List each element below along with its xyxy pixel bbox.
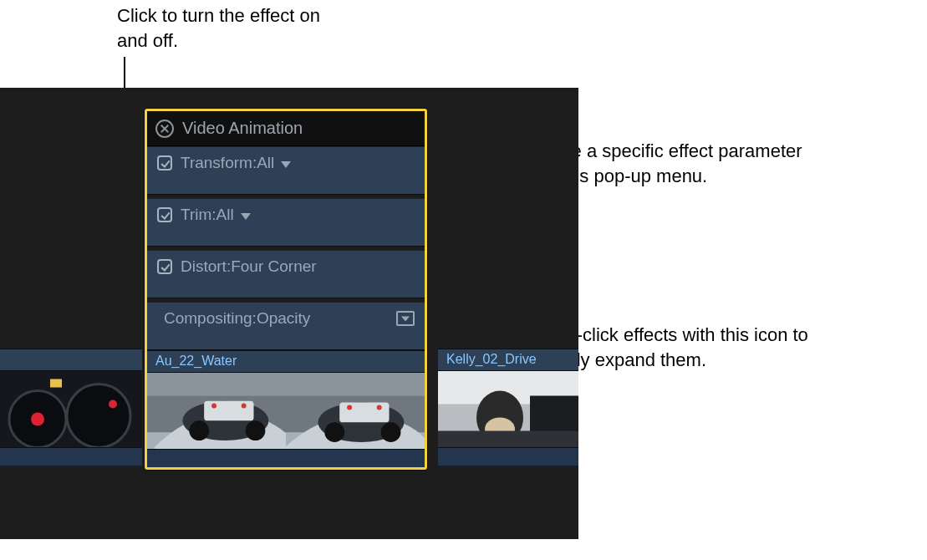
clip-audio-waveform [0, 447, 142, 466]
svg-point-28 [381, 422, 401, 442]
effect-toggle-checkbox[interactable] [157, 155, 172, 171]
effect-label: Transform:All [181, 154, 291, 172]
clip-name: Au_22_Water [147, 350, 425, 372]
expand-icon[interactable] [396, 311, 415, 326]
clip-thumbnail [147, 373, 286, 449]
svg-point-18 [189, 420, 209, 440]
effect-label: Compositing:Opacity [164, 309, 310, 328]
callout-toggle: Click to turn the effect on and off. [117, 3, 351, 53]
effect-toggle-checkbox[interactable] [157, 207, 172, 222]
panel-title: Video Animation [182, 119, 303, 138]
timeline-clip-right[interactable]: Kelly_02_Drive [438, 349, 578, 466]
svg-rect-12 [438, 431, 578, 448]
clip-audio-waveform [438, 447, 578, 466]
clip-thumbnail [286, 373, 425, 449]
clip-thumbnail [438, 371, 578, 447]
svg-point-19 [246, 420, 266, 440]
video-animation-editor: Video Animation Transform:All Trim:All D… [145, 109, 427, 470]
close-icon[interactable] [155, 120, 174, 138]
svg-point-20 [211, 404, 216, 409]
panel-header: Video Animation [147, 111, 425, 146]
chevron-down-icon[interactable] [281, 161, 291, 168]
svg-point-3 [31, 413, 44, 426]
clip-thumbnail [0, 371, 142, 447]
effect-row-transform[interactable]: Transform:All [147, 146, 425, 195]
clip-name: Kelly_02_Drive [438, 349, 578, 370]
svg-point-4 [109, 400, 117, 409]
svg-point-2 [67, 384, 130, 448]
svg-point-30 [377, 405, 382, 410]
clip-thumbnails[interactable] [147, 372, 425, 449]
effect-row-distort[interactable]: Distort:Four Corner [147, 250, 425, 298]
svg-rect-17 [204, 401, 253, 421]
chevron-down-icon[interactable] [241, 213, 251, 220]
svg-point-27 [324, 422, 344, 442]
effect-row-trim[interactable]: Trim:All [147, 198, 425, 247]
svg-point-29 [347, 405, 352, 410]
clip-audio-waveform [147, 449, 425, 467]
svg-rect-26 [339, 403, 389, 423]
svg-rect-24 [286, 373, 425, 396]
svg-rect-5 [50, 379, 62, 388]
effect-label: Distort:Four Corner [181, 257, 317, 276]
svg-rect-15 [147, 373, 286, 396]
timeline-clip-left[interactable] [0, 349, 142, 466]
effect-label: Trim:All [181, 206, 251, 224]
svg-point-21 [242, 404, 247, 409]
effect-toggle-checkbox[interactable] [157, 259, 172, 274]
clip-name [0, 349, 142, 370]
effect-row-compositing[interactable]: Compositing:Opacity [147, 302, 425, 350]
